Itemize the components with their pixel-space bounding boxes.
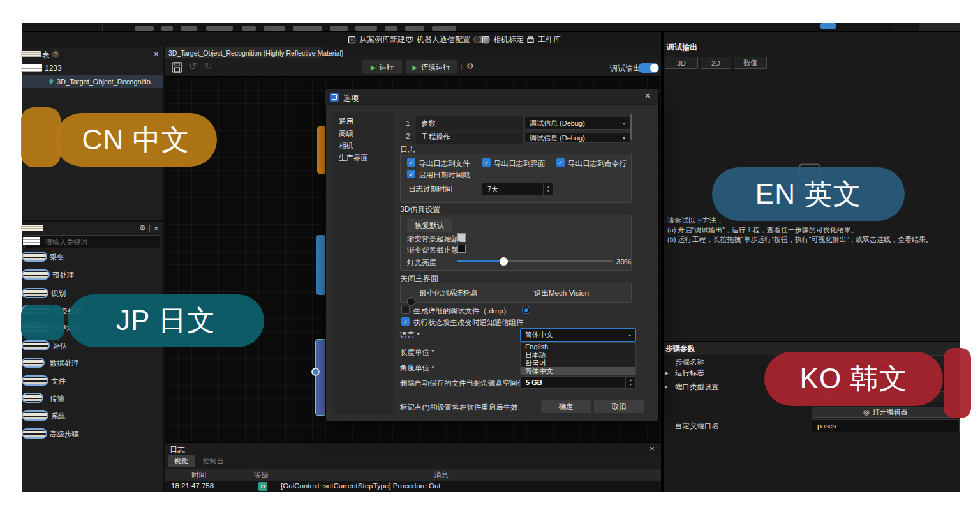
log-level-badge: D — [258, 482, 267, 491]
debug-tab-3d[interactable]: 3D — [665, 57, 698, 69]
debug-output-toggle[interactable] — [638, 63, 659, 73]
menu-bar — [22, 23, 960, 32]
dialog-titlebar[interactable] — [325, 89, 658, 105]
table-row-combo[interactable]: 调试信息 (Debug) ▾ — [524, 133, 630, 143]
grad-start-swatch[interactable] — [457, 233, 466, 241]
menu-blue-indicator[interactable] — [820, 23, 836, 29]
canvas-node-blue[interactable] — [316, 235, 326, 295]
checkbox-export-cmd[interactable]: ✓ — [556, 158, 565, 167]
save-icon[interactable] — [171, 61, 183, 73]
step-library-close-icon[interactable]: × — [154, 224, 159, 232]
table-row-combo[interactable]: 调试信息 (Debug) ▾ — [524, 117, 630, 130]
log-panel-close-icon[interactable]: × — [650, 444, 655, 453]
checkbox-timestamp-label: 启用日期时间戳 — [419, 170, 470, 180]
table-row-index: 1 — [400, 116, 416, 131]
open-editor-button[interactable]: ◎ 打开编辑器 — [812, 407, 960, 418]
dialog-tab-production[interactable]: 生产界面 — [339, 153, 368, 163]
project-item-selected[interactable]: 3D_Target_Object_Recognition (Highly ... — [22, 75, 163, 88]
log-tab-vision[interactable]: 视觉 — [168, 455, 195, 467]
step-category-evaluate[interactable]: 评估 — [52, 342, 67, 351]
step-search-input[interactable] — [25, 236, 160, 248]
continuous-run-label: 连续运行 — [421, 63, 450, 72]
canvas-node-orange[interactable] — [317, 126, 326, 174]
log-expire-spinbox[interactable]: 7天 ▴▾ — [482, 183, 554, 195]
debug-tab-numeric[interactable]: 数值 — [734, 57, 767, 69]
ok-button[interactable]: 确定 — [541, 400, 591, 413]
port-settings-label[interactable]: 端口类型设置 — [675, 382, 719, 392]
robot-comm-button[interactable]: 机器人通信配置 — [405, 34, 490, 45]
help-icon[interactable]: ? — [52, 50, 59, 58]
spin-down-icon[interactable]: ▾ — [630, 382, 632, 387]
hint-line-1: 请尝试以下方法： — [667, 216, 724, 225]
step-category-system[interactable]: 系统 — [51, 412, 66, 421]
undo-icon[interactable]: ↺ — [189, 61, 197, 72]
run-flags-collapse-icon[interactable]: ▶ — [665, 370, 669, 376]
badge-jp: JP 日文 — [68, 294, 264, 347]
spin-up-icon[interactable]: ▴ — [547, 184, 549, 189]
editor-tab[interactable]: 3D_Target_Object_Recognition (Highly Ref… — [165, 47, 322, 58]
dialog-scrollbar[interactable] — [630, 114, 632, 140]
screenshot-root: 从案例库新建 机器人通信配置 相机标定 工件库 进入生产界面 表 ? × 123… — [0, 0, 980, 512]
table-row-name: 工程操作 — [416, 132, 523, 144]
light-slider-knob[interactable] — [500, 257, 508, 266]
spin-up-icon[interactable]: ▴ — [630, 378, 632, 382]
run-flags-label[interactable]: 运行标志 — [675, 368, 704, 378]
dialog-footer-divider — [326, 395, 658, 395]
light-brightness-value: 30% — [616, 258, 631, 266]
spin-buttons[interactable]: ▴▾ — [625, 377, 635, 388]
disk-space-spinbox[interactable]: 5 GB ▴▾ — [520, 376, 636, 389]
canvas-node-output[interactable] — [315, 339, 326, 416]
project-panel-title-redacted — [21, 51, 41, 57]
dialog-tab-advanced[interactable]: 高级 — [339, 129, 353, 139]
continuous-run-button[interactable]: ▶ 连续运行 — [406, 60, 457, 74]
step-category-icon — [22, 358, 45, 368]
spin-buttons[interactable]: ▴▾ — [543, 183, 553, 195]
project-panel-close-icon[interactable]: × — [154, 50, 159, 58]
radio-minimize[interactable] — [407, 297, 415, 306]
checkbox-timestamp[interactable]: ✓ — [407, 170, 415, 178]
step-category-data[interactable]: 数据处理 — [50, 359, 79, 368]
step-search-box[interactable] — [24, 235, 160, 248]
dialog-tab-general[interactable]: 通用 — [339, 117, 353, 126]
log-col-time: 时间 — [191, 471, 206, 480]
checkbox-export-file[interactable]: ✓ — [407, 158, 415, 167]
cancel-button[interactable]: 取消 — [594, 400, 644, 413]
run-button[interactable]: ▶ 运行 — [362, 60, 402, 74]
step-category-file[interactable]: 文件 — [51, 377, 66, 386]
radio-exit[interactable] — [522, 306, 530, 314]
step-library-panel — [22, 222, 163, 492]
step-category-acquire[interactable]: 采集 — [50, 253, 64, 262]
debug-tab-2d[interactable]: 2D — [701, 57, 731, 69]
dialog-tab-camera[interactable]: 相机 — [339, 141, 353, 151]
table-row-name-text: 参数 — [421, 119, 436, 128]
redo-icon[interactable]: ↻ — [204, 61, 212, 72]
new-from-case-button[interactable]: 从案例库新建 — [348, 34, 405, 45]
settings-gear-icon[interactable]: ⚙ — [139, 223, 146, 232]
camera-calib-button[interactable]: 相机标定 — [482, 34, 524, 45]
spin-down-icon[interactable]: ▾ — [547, 189, 549, 193]
custom-port-input[interactable]: poses — [812, 419, 960, 432]
checkbox-notify[interactable]: ✓ — [401, 317, 410, 326]
language-combobox[interactable]: 简体中文 ▴ — [520, 328, 636, 342]
dialog-close-icon[interactable]: × — [645, 92, 650, 100]
step-category-advanced[interactable]: 高级步骤 — [50, 430, 79, 439]
checkbox-export-ui[interactable]: ✓ — [482, 158, 491, 167]
step-category-transfer[interactable]: 传输 — [50, 394, 64, 403]
grad-end-swatch[interactable] — [457, 245, 466, 253]
new-from-case-icon — [348, 36, 356, 44]
step-category-preprocess[interactable]: 预处理 — [52, 271, 75, 280]
step-category-icon — [22, 428, 47, 439]
workpiece-lib-button[interactable]: 工件库 — [526, 34, 561, 45]
language-option-chinese[interactable]: 简体中文 — [521, 367, 635, 375]
checkbox-notify-label: 执行状态发生改变时通知通信组件 — [413, 318, 524, 328]
checkbox-dump[interactable] — [401, 306, 410, 314]
menu-blur-item — [355, 26, 377, 31]
node-port-connector[interactable] — [311, 368, 320, 376]
menu-blur-item — [161, 26, 173, 31]
run-settings-gear-icon[interactable]: ⚙ — [466, 61, 474, 71]
project-number[interactable]: 1233 — [45, 64, 62, 73]
log-tab-console[interactable]: 控制台 — [197, 455, 229, 467]
step-category-recognition[interactable]: 识别 — [51, 289, 66, 299]
port-settings-collapse-icon[interactable]: ▼ — [664, 384, 669, 390]
restore-default-button[interactable]: 恢复默认 — [407, 219, 452, 232]
